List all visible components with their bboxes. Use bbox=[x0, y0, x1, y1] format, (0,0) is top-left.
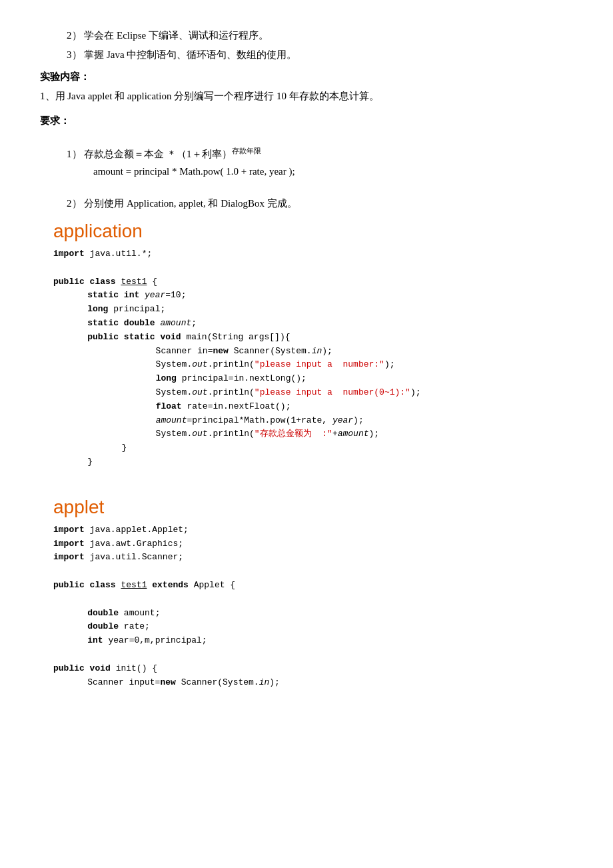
code-line: } bbox=[53, 455, 573, 469]
intro-line2: 2） 学会在 Eclipse 下编译、调试和运行程序。 bbox=[40, 27, 573, 45]
code-line: public class test1 extends Applet { bbox=[53, 579, 573, 593]
code-line: } bbox=[53, 441, 573, 455]
code-line: public void init() { bbox=[53, 662, 573, 676]
code-line: Scanner in=new Scanner(System.in); bbox=[53, 345, 573, 359]
code-line: import java.applet.Applet; bbox=[53, 523, 573, 537]
code-line: float rate=in.nextFloat(); bbox=[53, 400, 573, 414]
req-item2: 2） 分别使用 Application, applet, 和 DialogBox… bbox=[67, 197, 573, 210]
code-line: long principal; bbox=[53, 303, 573, 317]
code-line: double amount; bbox=[53, 607, 573, 621]
applet-heading: applet bbox=[53, 497, 573, 518]
application-code: import java.util.*; public class test1 {… bbox=[40, 247, 573, 469]
code-line: static int year=10; bbox=[53, 289, 573, 303]
code-line: Scanner input=new Scanner(System.in); bbox=[53, 676, 573, 690]
requirements-title: 要求： bbox=[40, 112, 573, 130]
code-line: System.out.println("please input a numbe… bbox=[53, 358, 573, 372]
code-line: public class test1 { bbox=[53, 275, 573, 289]
applet-code: import java.applet.Applet; import java.a… bbox=[40, 523, 573, 690]
code-line: amount=principal*Math.pow(1+rate, year); bbox=[53, 414, 573, 428]
intro-line3: 3） 掌握 Java 中控制语句、循环语句、数组的使用。 bbox=[40, 46, 573, 64]
code-line: import java.awt.Graphics; bbox=[53, 537, 573, 551]
code-line: import java.util.Scanner; bbox=[53, 551, 573, 565]
code-line: long principal=in.nextLong(); bbox=[53, 372, 573, 386]
experiment-desc: 1、用 Java applet 和 application 分别编写一个程序进行… bbox=[40, 87, 573, 105]
formula-line: amount = principal * Math.pow( 1.0 + rat… bbox=[93, 166, 573, 177]
code-line: public static void main(String args[]){ bbox=[53, 331, 573, 345]
experiment-title: 实验内容： bbox=[40, 68, 573, 86]
code-line: System.out.println("存款总金额为 :"+amount); bbox=[53, 427, 573, 441]
code-line: double rate; bbox=[53, 620, 573, 634]
req-item1: 1） 存款总金额＝本金 ＊（1＋利率）存款年限 bbox=[67, 146, 573, 161]
code-line: System.out.println("please input a numbe… bbox=[53, 386, 573, 400]
code-line: import java.util.*; bbox=[53, 247, 573, 261]
application-heading: application bbox=[53, 221, 573, 242]
code-line: int year=0,m,principal; bbox=[53, 634, 573, 648]
code-line: static double amount; bbox=[53, 317, 573, 331]
